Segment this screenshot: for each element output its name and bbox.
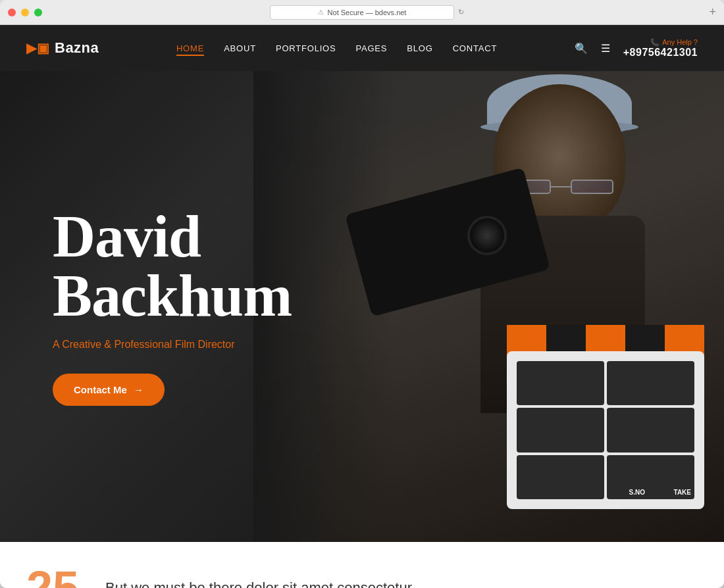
glass-bridge bbox=[551, 186, 571, 187]
url-text: Not Secure — bdevs.net bbox=[328, 9, 407, 16]
nav-item-blog[interactable]: BLOG bbox=[407, 42, 432, 54]
below-description: But we must be there dolor sit amet cons… bbox=[105, 579, 412, 588]
titlebar: ⚠ Not Secure — bdevs.net ↻ + bbox=[0, 0, 724, 25]
maximize-button[interactable] bbox=[34, 9, 42, 16]
glass-right bbox=[571, 180, 613, 194]
security-icon: ⚠ bbox=[318, 9, 324, 16]
close-button[interactable] bbox=[8, 9, 16, 16]
nav-item-pages[interactable]: PAGES bbox=[355, 42, 387, 54]
clap-cell-4 bbox=[607, 408, 694, 452]
logo-text: Bazna bbox=[55, 39, 99, 57]
hamburger-icon[interactable]: ☰ bbox=[601, 42, 610, 55]
cta-arrow-icon: → bbox=[134, 384, 143, 395]
hero-section: S.NO TAKE David Backhum A Creative & Pro… bbox=[0, 71, 724, 542]
minimize-button[interactable] bbox=[21, 9, 29, 16]
hero-title: David Backhum bbox=[53, 207, 372, 326]
nav-right: 🔍 ☰ 📞 Any Help ? +89756421301 bbox=[575, 38, 698, 59]
nav-item-portfolios[interactable]: PORTFOLIOS bbox=[276, 42, 336, 54]
nav-link-blog[interactable]: BLOG bbox=[407, 43, 432, 53]
nav-item-about[interactable]: ABOUT bbox=[224, 42, 256, 54]
hero-first-name: David bbox=[53, 204, 201, 269]
phone-info: 📞 Any Help ? +89756421301 bbox=[623, 38, 698, 59]
clap-body bbox=[507, 351, 704, 509]
clap-cell-5 bbox=[517, 455, 604, 499]
nav-item-contact[interactable]: CONTACT bbox=[453, 42, 497, 54]
nav-link-portfolios[interactable]: PORTFOLIOS bbox=[276, 43, 336, 53]
nav-link-about[interactable]: ABOUT bbox=[224, 43, 256, 53]
nav-link-contact[interactable]: CONTACT bbox=[453, 43, 497, 53]
site-content: ▶▣ Bazna HOME ABOUT PORTFOLIOS PAGES BLO… bbox=[0, 25, 724, 588]
hero-content: David Backhum A Creative & Professional … bbox=[0, 71, 398, 542]
help-label: 📞 Any Help ? bbox=[623, 38, 698, 47]
nav-link-pages[interactable]: PAGES bbox=[355, 43, 387, 53]
navbar: ▶▣ Bazna HOME ABOUT PORTFOLIOS PAGES BLO… bbox=[0, 25, 724, 71]
logo-icon: ▶▣ bbox=[26, 40, 49, 56]
big-number: 25 bbox=[26, 564, 79, 588]
phone-number[interactable]: +89756421301 bbox=[623, 47, 698, 59]
below-fold-section: 25 But we must be there dolor sit amet c… bbox=[0, 542, 724, 588]
take-label: TAKE bbox=[674, 489, 691, 496]
nav-menu: HOME ABOUT PORTFOLIOS PAGES BLOG CONTACT bbox=[176, 42, 497, 54]
reload-icon[interactable]: ↻ bbox=[458, 8, 464, 16]
nav-item-home[interactable]: HOME bbox=[176, 42, 204, 54]
new-tab-button[interactable]: + bbox=[709, 5, 716, 19]
nav-link-home[interactable]: HOME bbox=[176, 43, 204, 56]
search-icon[interactable]: 🔍 bbox=[575, 42, 588, 55]
hero-subtitle: A Creative & Professional Film Director bbox=[53, 339, 372, 351]
browser-window: ⚠ Not Secure — bdevs.net ↻ + ▶▣ Bazna HO… bbox=[0, 0, 724, 588]
clap-cell-1 bbox=[517, 361, 604, 405]
clap-cell-2 bbox=[607, 361, 694, 405]
clapperboard: S.NO TAKE bbox=[494, 325, 704, 509]
cta-label: Contact Me bbox=[74, 384, 127, 395]
scene-label: S.NO bbox=[629, 489, 645, 496]
clap-cell-3 bbox=[517, 408, 604, 452]
address-bar[interactable]: ⚠ Not Secure — bdevs.net bbox=[270, 5, 454, 20]
help-text-label: Any Help ? bbox=[662, 38, 698, 46]
contact-me-button[interactable]: Contact Me → bbox=[53, 374, 165, 406]
logo[interactable]: ▶▣ Bazna bbox=[26, 39, 99, 57]
phone-icon: 📞 bbox=[650, 38, 659, 47]
hero-last-name: Backhum bbox=[53, 263, 292, 328]
